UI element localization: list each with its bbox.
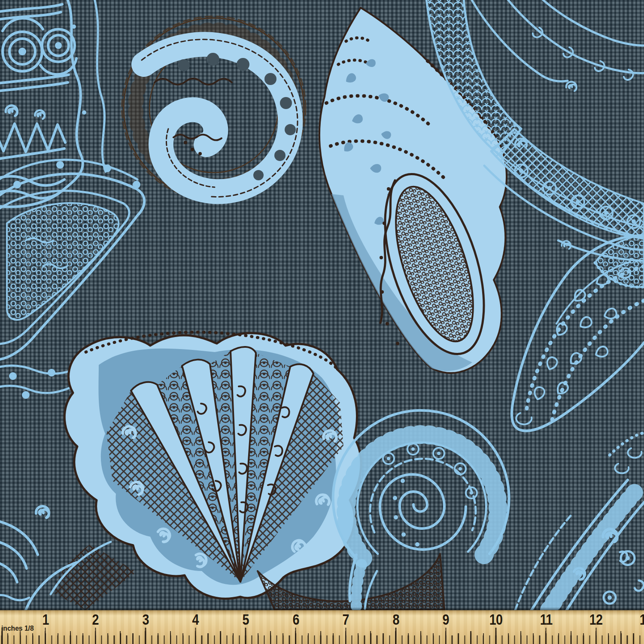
ruler-numbers: 12345678910111213 [0, 610, 644, 644]
wooden-ruler: 12345678910111213 inches 1/8 [0, 610, 644, 644]
ruler-number: 3 [142, 611, 149, 628]
ruler-number: 10 [489, 611, 502, 628]
ruler-number: 11 [540, 611, 552, 628]
outline-droplets [532, 268, 630, 401]
shell-scallop [51, 332, 444, 610]
swirl-ribbon [144, 44, 290, 191]
ruler-unit-label: inches 1/8 [1, 624, 34, 633]
ruler-number: 5 [242, 611, 249, 628]
seashell-pattern [0, 0, 644, 610]
ruler-number: 4 [192, 611, 199, 628]
shell-spiral-conch-outline [512, 235, 644, 431]
ruler-number: 8 [392, 611, 399, 628]
shell-nautilus-swirl [122, 16, 306, 200]
ruler-number: 9 [443, 611, 449, 628]
ruler-number: 1 [42, 611, 49, 628]
ruler-number: 13 [640, 611, 644, 628]
shell-conch-large [319, 8, 507, 373]
shell-lattice-fragment-bottom-right [515, 433, 644, 610]
ruler-number: 12 [589, 611, 602, 628]
ruler-number: 6 [292, 611, 299, 628]
ruler-number: 2 [92, 611, 99, 628]
woven-fabric [0, 0, 644, 610]
fabric-swatch-photo: 12345678910111213 inches 1/8 [0, 0, 644, 644]
ruler-number: 7 [343, 611, 349, 628]
